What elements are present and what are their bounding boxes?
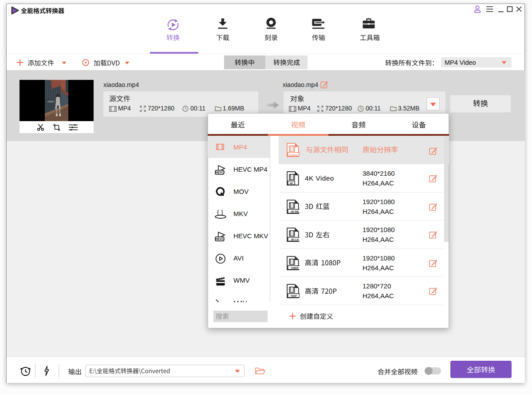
svg-text:1080P: 1080P [291,266,299,269]
svg-text:VIP976: VIP976 [47,101,54,103]
svg-text:4K: 4K [290,182,293,185]
svg-text:HEVC: HEVC [216,237,224,240]
svg-text:720P: 720P [291,295,297,297]
svg-text:HEVC: HEVC [216,171,224,174]
svg-text:3D LR: 3D LR [291,238,299,241]
svg-text:3D RB: 3D RB [291,210,299,213]
svg-text:source: source [289,154,298,156]
